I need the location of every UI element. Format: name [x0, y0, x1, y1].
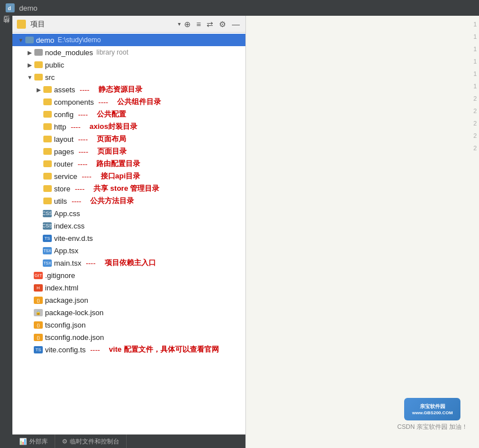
annotation-config: 公共配置	[97, 109, 126, 119]
label-assets: assets	[54, 86, 75, 94]
file-icon-main-tsx: TSX	[43, 258, 52, 267]
tree-item-service[interactable]: service ---- 接口api目录	[12, 170, 245, 182]
folder-assets	[43, 85, 52, 94]
main-layout: 项目 结构 项目 ▾ ⊕ ≡ ⇄ ⚙ — demo	[0, 16, 479, 448]
dashes-utils: ----	[71, 197, 81, 205]
annotation-router: 路由配置目录	[96, 159, 140, 169]
tree-item-gitignore[interactable]: GIT .gitignore	[12, 269, 245, 281]
label-vite-config: vite.config.ts	[45, 346, 86, 354]
annotation-utils: 公共方法目录	[90, 196, 134, 206]
label-tsconfig-node: tsconfig.node.json	[45, 333, 104, 342]
folder-service	[43, 172, 52, 181]
annotation-components: 公共组件目录	[117, 97, 161, 107]
label-utils: utils	[54, 197, 67, 205]
tree-item-router[interactable]: router ---- 路由配置目录	[12, 158, 245, 170]
side-tab-structure[interactable]: 结构	[1, 25, 12, 32]
label-app-tsx: App.tsx	[54, 247, 78, 255]
tree-item-tsconfig[interactable]: {} tsconfig.json	[12, 319, 245, 331]
folder-node-modules	[34, 48, 43, 57]
tree-item-public[interactable]: public	[12, 59, 245, 71]
side-tab-project[interactable]: 项目	[1, 18, 12, 25]
file-icon-tsconfig: {}	[34, 320, 43, 329]
folder-layout	[43, 135, 52, 144]
tree-item-root[interactable]: demo E:\study\demo	[12, 34, 245, 46]
external-lib-label: 外部库	[29, 437, 48, 446]
line-7: 2	[462, 92, 479, 105]
tree-item-http[interactable]: http ---- axios封装目录	[12, 120, 245, 133]
dashes-assets: ----	[80, 86, 89, 94]
tree-item-store[interactable]: store ---- 共享 store 管理目录	[12, 182, 245, 195]
external-lib-icon: 📊	[19, 438, 27, 445]
tree-item-main-tsx[interactable]: TSX main.tsx ---- 项目依赖主入口	[12, 257, 245, 269]
label-vite-env: vite-env.d.ts	[54, 234, 93, 243]
toolbar-icon-sync[interactable]: ⇄	[205, 19, 214, 30]
tree-item-utils[interactable]: utils ---- 公共方法目录	[12, 195, 245, 207]
file-panel: 项目 ▾ ⊕ ≡ ⇄ ⚙ — demo E:\study\demo	[12, 16, 246, 448]
line-4: 1	[462, 55, 479, 68]
toolbar-icon-minimize[interactable]: —	[231, 19, 241, 30]
side-tabs: 项目 结构	[0, 16, 12, 448]
watermark: 亲宝软件园 www.GBS200.COM CSDN 亲宝软件园 加油！	[397, 398, 468, 431]
label-store: store	[54, 185, 70, 193]
label-components: components	[54, 98, 94, 106]
temp-files-icon: ⚙	[62, 438, 68, 445]
dashes-service: ----	[82, 172, 91, 181]
tree-item-vite-config[interactable]: TS vite.config.ts ---- vite 配置文件，具体可以查看官…	[12, 343, 245, 356]
folder-router	[43, 159, 52, 168]
tree-item-src[interactable]: src	[12, 71, 245, 83]
svg-text:d: d	[8, 6, 11, 11]
folder-store	[43, 184, 52, 193]
tab-external-lib[interactable]: 📊 外部库	[12, 434, 55, 448]
file-icon-package-json: {}	[34, 295, 43, 304]
line-numbers: 1 1 1 1 1 1 2 2 2 2 2	[462, 16, 479, 154]
label-service: service	[54, 172, 77, 181]
tree-item-package-json[interactable]: {} package.json	[12, 294, 245, 306]
tree-item-layout[interactable]: layout ---- 页面布局	[12, 133, 245, 145]
dashes-main-tsx: ----	[86, 259, 95, 267]
dashes-components: ----	[99, 98, 108, 106]
file-icon-index-css: CSS	[43, 221, 52, 230]
file-icon-index-html: H	[34, 283, 43, 292]
dashes-layout: ----	[78, 135, 88, 144]
annotation-store: 共享 store 管理目录	[93, 183, 159, 194]
line-11: 2	[462, 142, 479, 154]
file-icon-vite-config: TS	[34, 345, 43, 354]
line-8: 2	[462, 105, 479, 117]
file-icon-app-tsx: TSX	[43, 246, 52, 255]
annotation-service: 接口api目录	[101, 171, 141, 181]
label-main-tsx: main.tsx	[54, 259, 81, 267]
expand-src	[26, 73, 34, 81]
tree-item-app-tsx[interactable]: TSX App.tsx	[12, 244, 245, 257]
label-src: src	[45, 73, 55, 82]
tree-item-tsconfig-node[interactable]: {} tsconfig.node.json	[12, 331, 245, 343]
folder-icon-root	[25, 35, 34, 44]
file-icon-app-css: CSS	[43, 209, 52, 218]
tree-item-index-css[interactable]: CSS index.css	[12, 219, 245, 232]
tree-item-components[interactable]: components ---- 公共组件目录	[12, 96, 245, 108]
tree-item-pages[interactable]: pages ---- 页面目录	[12, 145, 245, 158]
toolbar-icon-globe[interactable]: ⊕	[183, 19, 192, 30]
tree-item-node-modules[interactable]: node_modules library root	[12, 46, 245, 59]
tree-item-vite-env[interactable]: TS vite-env.d.ts	[12, 232, 245, 244]
tree-item-app-css[interactable]: CSS App.css	[12, 207, 245, 219]
folder-components	[43, 97, 52, 106]
annotation-assets: 静态资源目录	[99, 84, 142, 95]
expand-arrow-root	[17, 36, 25, 44]
dashes-pages: ----	[78, 147, 88, 156]
label-pages: pages	[54, 147, 74, 156]
toolbar-dropdown[interactable]: ▾	[178, 21, 181, 27]
folder-config	[43, 110, 52, 119]
toolbar-icon-list[interactable]: ≡	[195, 19, 202, 30]
tree-item-index-html[interactable]: H index.html	[12, 281, 245, 294]
tree-item-assets[interactable]: assets ---- 静态资源目录	[12, 83, 245, 96]
toolbar-icon-settings[interactable]: ⚙	[218, 19, 227, 30]
tab-temp-files[interactable]: ⚙ 临时文件和控制台	[55, 434, 127, 448]
label-package-lock: package-lock.json	[45, 308, 104, 317]
root-label: demo	[36, 36, 55, 44]
tree-item-package-lock[interactable]: 🔒 package-lock.json	[12, 306, 245, 319]
tree-item-config[interactable]: config ---- 公共配置	[12, 108, 245, 120]
toolbar-title: 项目	[30, 19, 176, 29]
label-router: router	[54, 160, 73, 168]
file-icon-tsconfig-node: {}	[34, 333, 43, 342]
file-tree[interactable]: demo E:\study\demo node_modules library …	[12, 33, 245, 434]
